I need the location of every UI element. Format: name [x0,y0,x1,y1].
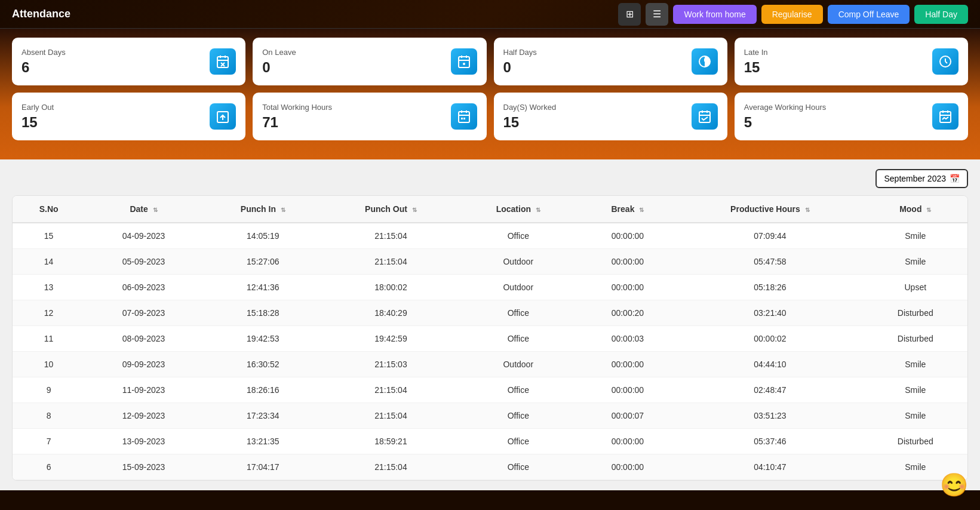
on-leave-icon [451,48,477,75]
cell-productive: 04:10:47 [677,454,863,480]
cell-mood: Disturbed [864,429,967,454]
days-worked-info: Day(S) Worked 15 [503,103,557,131]
cell-break: 00:00:00 [579,454,677,480]
cell-punchout: 21:15:04 [324,249,458,275]
cell-location: Office [458,454,579,480]
cell-productive: 05:37:46 [677,429,863,454]
svg-rect-19 [459,112,469,122]
cell-location: Office [458,326,579,352]
svg-line-16 [945,62,947,63]
cell-punchin: 13:21:35 [202,429,324,454]
col-punchin[interactable]: Punch In ⇅ [202,196,324,223]
cell-sno: 12 [13,300,85,326]
cell-mood: Smile [864,223,967,249]
cell-break: 00:00:00 [579,429,677,454]
calendar-icon: 📅 [950,174,960,183]
days-worked-icon [692,103,718,130]
days-worked-label: Day(S) Worked [503,103,557,112]
avg-hours-card: Average Working Hours 5 [735,93,968,140]
attendance-table: S.No Date ⇅ Punch In ⇅ Punch Out ⇅ Locat… [13,196,967,480]
total-hours-card: Total Working Hours 71 [253,93,486,140]
table-head: S.No Date ⇅ Punch In ⇅ Punch Out ⇅ Locat… [13,196,967,223]
month-picker[interactable]: September 2023 📅 [875,169,968,188]
half-days-icon [692,48,718,75]
menu-view-button[interactable]: ☰ [646,3,668,26]
late-in-icon [932,48,959,75]
wfh-button[interactable]: Work from home [673,5,756,24]
cell-sno: 14 [13,249,85,275]
mood-sort-icon: ⇅ [926,207,931,213]
attendance-table-container: S.No Date ⇅ Punch In ⇅ Punch Out ⇅ Locat… [12,195,968,481]
cell-punchout: 18:00:02 [324,275,458,300]
cell-date: 09-09-2023 [85,352,202,377]
table-row: 11 08-09-2023 19:42:53 19:42:59 Office 0… [13,326,967,352]
cell-sno: 9 [13,377,85,403]
half-days-info: Half Days 0 [503,48,537,76]
stats-section: Absent Days 6 On Leave 0 Half Days 0 [0,29,980,159]
col-productive[interactable]: Productive Hours ⇅ [677,196,863,223]
cell-date: 13-09-2023 [85,429,202,454]
cell-punchin: 19:42:53 [202,326,324,352]
punchin-sort-icon: ⇅ [281,207,285,213]
punchout-sort-icon: ⇅ [412,207,417,213]
cell-productive: 00:00:02 [677,326,863,352]
table-header-row: S.No Date ⇅ Punch In ⇅ Punch Out ⇅ Locat… [13,196,967,223]
stats-row-1: Absent Days 6 On Leave 0 Half Days 0 [12,38,968,85]
cell-punchin: 17:04:17 [202,454,324,480]
cell-sno: 6 [13,454,85,480]
col-break[interactable]: Break ⇅ [579,196,677,223]
on-leave-card: On Leave 0 [253,38,486,85]
days-worked-card: Day(S) Worked 15 [494,93,727,140]
cell-productive: 04:44:10 [677,352,863,377]
emoji-button[interactable]: 😊 [940,472,968,498]
table-row: 13 06-09-2023 12:41:36 18:00:02 Outdoor … [13,275,967,300]
cell-mood: Disturbed [864,300,967,326]
cell-date: 11-09-2023 [85,377,202,403]
cell-punchout: 21:15:03 [324,352,458,377]
col-sno: S.No [13,196,85,223]
grid-view-button[interactable]: ⊞ [618,3,641,26]
col-location[interactable]: Location ⇅ [458,196,579,223]
page-title: Attendance [12,8,70,20]
cell-punchout: 21:15:04 [324,377,458,403]
svg-rect-24 [463,118,465,119]
header: Attendance ⊞ ☰ Work from home Regularise… [0,0,980,29]
cell-sno: 15 [13,223,85,249]
svg-rect-6 [459,57,469,67]
cell-break: 00:00:03 [579,326,677,352]
absent-days-card: Absent Days 6 [12,38,245,85]
regularise-button[interactable]: Regularise [761,5,823,24]
half-days-value: 0 [503,59,537,76]
cell-date: 04-09-2023 [85,223,202,249]
cell-break: 00:00:20 [579,300,677,326]
cell-break: 00:00:00 [579,275,677,300]
svg-rect-23 [461,118,463,119]
col-date[interactable]: Date ⇅ [85,196,202,223]
on-leave-value: 0 [262,59,296,76]
table-row: 10 09-09-2023 16:30:52 21:15:03 Outdoor … [13,352,967,377]
late-in-label: Late In [744,48,768,57]
cell-date: 12-09-2023 [85,403,202,429]
comp-off-button[interactable]: Comp Off Leave [828,5,910,24]
absent-days-info: Absent Days 6 [21,48,66,76]
cell-punchin: 15:27:06 [202,249,324,275]
col-mood[interactable]: Mood ⇅ [864,196,967,223]
table-row: 6 15-09-2023 17:04:17 21:15:04 Office 00… [13,454,967,480]
cell-punchout: 18:59:21 [324,429,458,454]
half-day-button[interactable]: Half Day [914,5,968,24]
cell-productive: 03:51:23 [677,403,863,429]
absent-days-icon [210,48,236,75]
productive-sort-icon: ⇅ [805,207,810,213]
early-out-value: 15 [21,114,54,131]
cell-sno: 8 [13,403,85,429]
month-label: September 2023 [884,174,946,183]
cell-productive: 05:47:58 [677,249,863,275]
cell-productive: 03:21:40 [677,300,863,326]
cell-break: 00:00:00 [579,377,677,403]
cell-location: Outdoor [458,275,579,300]
col-punchout[interactable]: Punch Out ⇅ [324,196,458,223]
on-leave-label: On Leave [262,48,296,57]
late-in-card: Late In 15 [735,38,968,85]
table-section: September 2023 📅 S.No Date ⇅ Punch In ⇅ … [0,159,980,490]
cell-punchout: 21:15:04 [324,223,458,249]
